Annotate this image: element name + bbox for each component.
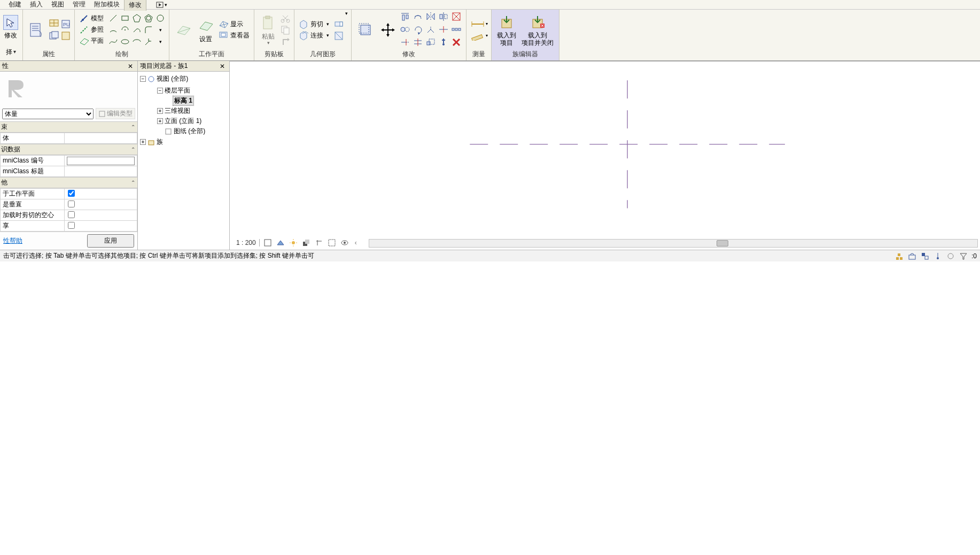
drawing-canvas[interactable]: 1 : 200 ‹: [230, 61, 980, 250]
prop-body-value[interactable]: [65, 133, 137, 144]
type-selector[interactable]: 体量: [2, 109, 94, 119]
array-tool[interactable]: [451, 24, 462, 35]
workplane-viewer-button[interactable]: 查看器: [217, 30, 251, 41]
hide-isolate-icon[interactable]: [340, 238, 349, 248]
arc-tangent-tool[interactable]: [131, 25, 142, 35]
workplane-set-label-btn[interactable]: 设置: [195, 16, 216, 44]
load-into-project-button[interactable]: 载入到 项目: [495, 12, 518, 48]
show-workplane-button[interactable]: 显示: [217, 19, 251, 29]
delete-inner-tool[interactable]: [451, 11, 462, 22]
status-select-pin-icon[interactable]: [933, 251, 943, 261]
rectangle-tool[interactable]: [120, 13, 130, 24]
tree-floorplans-expander[interactable]: −: [157, 88, 163, 94]
cat-constraints[interactable]: 束 ⌃: [0, 121, 137, 133]
arc-center-tool[interactable]: [120, 25, 130, 35]
reference-plane-button[interactable]: 平面: [78, 36, 105, 47]
properties-help-link[interactable]: 性帮助: [3, 236, 22, 245]
model-line-button[interactable]: 模型: [78, 13, 105, 24]
menu-insert[interactable]: 插入: [26, 0, 47, 10]
project-units-button[interactable]: PU: [60, 19, 71, 29]
omniclass-title-value[interactable]: [65, 166, 137, 177]
join-geometry-button[interactable]: 连接 ▾: [298, 30, 330, 41]
status-worksets-icon[interactable]: [895, 251, 904, 261]
tree-level1-label[interactable]: 标高 1: [173, 96, 193, 105]
split-face-button[interactable]: [333, 30, 344, 41]
status-select-face-icon[interactable]: [946, 251, 955, 261]
offset-tool[interactable]: [413, 11, 423, 22]
cope-button[interactable]: [333, 19, 344, 29]
shadows-icon[interactable]: [301, 238, 311, 248]
cat-other[interactable]: 他 ⌃: [0, 177, 137, 188]
spline-tool[interactable]: [108, 36, 119, 47]
always-vertical-checkbox[interactable]: [65, 199, 137, 210]
properties-button[interactable]: [26, 20, 48, 40]
activate-dims-button[interactable]: [355, 20, 376, 40]
view-controls-chevron[interactable]: ‹: [355, 239, 357, 246]
mirror-axis-tool[interactable]: [425, 11, 436, 22]
status-editable-icon[interactable]: [907, 251, 917, 261]
tree-floorplans-label[interactable]: 楼层平面: [165, 86, 190, 95]
horizontal-scrollbar[interactable]: [369, 239, 978, 248]
scrollbar-thumb[interactable]: [717, 240, 728, 246]
trim-extend-corner-tool[interactable]: [425, 24, 436, 35]
shared-checkbox[interactable]: [65, 221, 137, 232]
reference-line-button[interactable]: 参照: [78, 25, 105, 35]
pin-tool[interactable]: [438, 37, 449, 48]
quick-access-dropdown[interactable]: ▾: [156, 2, 167, 8]
cat-identity[interactable]: 识数据 ⌃: [0, 144, 137, 155]
copy-button[interactable]: [280, 25, 291, 35]
draw-dropdown[interactable]: ▾: [155, 36, 166, 47]
visual-style-icon[interactable]: [276, 238, 285, 248]
circumscribed-polygon-tool[interactable]: [143, 13, 154, 24]
spline-dropdown[interactable]: ▾: [155, 25, 166, 35]
status-filter-icon[interactable]: [959, 251, 968, 261]
cut-with-voids-checkbox[interactable]: [65, 210, 137, 221]
crop-view-icon[interactable]: [314, 238, 324, 248]
arc-start-end-tool[interactable]: [108, 25, 119, 35]
menu-modify[interactable]: 修改: [124, 0, 146, 11]
select-dropdown-icon[interactable]: ▾: [13, 49, 16, 55]
cut-button[interactable]: [280, 13, 291, 24]
status-select-link-icon[interactable]: [920, 251, 930, 261]
move-tool-button[interactable]: [377, 20, 399, 40]
trim-single-tool[interactable]: [400, 37, 410, 48]
menu-create[interactable]: 创建: [4, 0, 26, 10]
properties-close-icon[interactable]: ✕: [126, 63, 135, 70]
fillet-arc-tool[interactable]: [143, 25, 154, 35]
browser-close-icon[interactable]: ✕: [217, 63, 227, 70]
family-category-button[interactable]: [49, 30, 59, 41]
load-into-project-close-button[interactable]: 载入到 项目并关闭: [519, 12, 556, 48]
browser-titlebar[interactable]: 项目浏览器 - 族1 ✕: [138, 61, 229, 72]
align-tool[interactable]: [400, 11, 410, 22]
split-element-tool[interactable]: [438, 24, 449, 35]
ellipse-tool[interactable]: [120, 36, 130, 47]
partial-ellipse-tool[interactable]: [131, 36, 142, 47]
scale-tool[interactable]: [425, 37, 436, 48]
view-scale[interactable]: 1 : 200: [233, 239, 260, 246]
rotate-tool[interactable]: [413, 24, 423, 35]
detail-level-icon[interactable]: [263, 238, 273, 248]
tree-families-label[interactable]: 族: [157, 137, 163, 147]
delete-tool[interactable]: [451, 37, 462, 48]
cut-geometry-button[interactable]: 剪切 ▾: [298, 19, 330, 29]
omniclass-number-input[interactable]: [65, 156, 137, 166]
type-props-button[interactable]: [60, 30, 71, 41]
cat-other-collapse-icon[interactable]: ⌃: [131, 180, 135, 186]
apply-button[interactable]: 应用: [87, 234, 134, 248]
tree-views-expander[interactable]: −: [140, 76, 146, 82]
tree-3dviews-expander[interactable]: +: [157, 108, 163, 114]
properties-titlebar[interactable]: 性 ✕: [0, 61, 137, 72]
inscribed-polygon-tool[interactable]: [131, 13, 142, 24]
workplane-based-checkbox[interactable]: [65, 189, 137, 199]
set-workplane-button[interactable]: [173, 20, 194, 40]
tree-3dviews-label[interactable]: 三维视图: [165, 106, 190, 115]
tree-elevations-expander[interactable]: +: [157, 118, 163, 124]
cat-constraints-collapse-icon[interactable]: ⌃: [131, 124, 135, 130]
trim-multi-tool[interactable]: [413, 37, 423, 48]
tree-families-expander[interactable]: +: [140, 139, 146, 145]
modify-tool-button[interactable]: [3, 15, 18, 30]
cat-identity-collapse-icon[interactable]: ⌃: [131, 147, 135, 152]
tree-views-label[interactable]: 视图 (全部): [157, 74, 188, 83]
tree-elevations-label[interactable]: 立面 (立面 1): [165, 117, 201, 126]
menu-manage[interactable]: 管理: [68, 0, 90, 10]
